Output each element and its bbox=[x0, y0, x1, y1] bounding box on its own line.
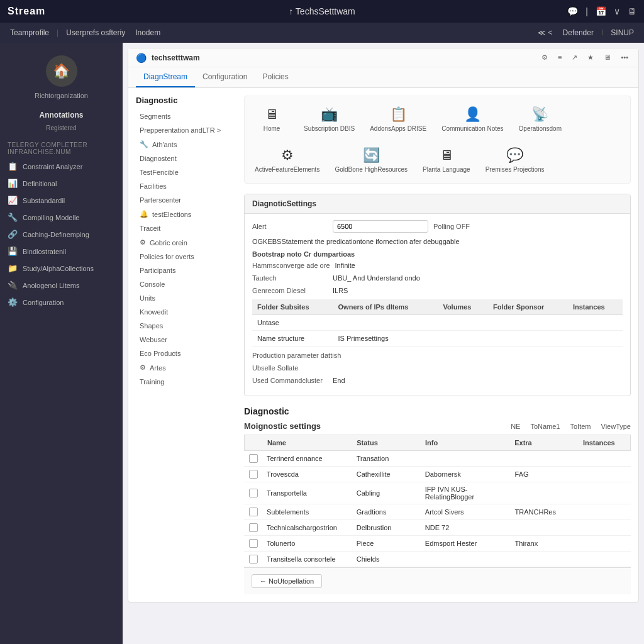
settings-btn[interactable]: ⚙ bbox=[539, 52, 550, 63]
left-menu-ecoproducts[interactable]: Eco Products bbox=[136, 347, 236, 360]
star-btn[interactable]: ★ bbox=[585, 52, 596, 63]
server-label: Used Commandcluster bbox=[252, 377, 328, 384]
grid-item-active[interactable]: ⚙ ActiveFeatureElements bbox=[250, 142, 325, 178]
left-menu-parterscenter[interactable]: Parterscenter bbox=[136, 194, 236, 206]
calendar-icon[interactable]: 📅 bbox=[596, 6, 606, 16]
left-menu-units[interactable]: Units bbox=[136, 292, 236, 304]
diag-info-5: Edmsport Hester bbox=[425, 540, 510, 547]
left-menu-shapes[interactable]: Shapes bbox=[136, 319, 236, 332]
nav-back-icon[interactable]: ≪ < bbox=[535, 27, 555, 38]
left-menu-webuser[interactable]: Webuser bbox=[136, 333, 236, 346]
alert-input[interactable] bbox=[333, 220, 428, 233]
left-menu-traceit[interactable]: Traceit bbox=[136, 222, 236, 235]
moig-header: Moignostic settings NE ToName1 ToItem Vi… bbox=[244, 421, 631, 431]
sidebar-item-study[interactable]: 📁 Study/AlphaCollections bbox=[0, 260, 123, 277]
org-name: Annotations bbox=[0, 108, 123, 122]
left-menu-athants[interactable]: 🔧Ath'ants bbox=[136, 138, 236, 151]
grid-item-communication-label: Communication Notes bbox=[441, 125, 503, 132]
left-menu-testfencible[interactable]: TestFencible bbox=[136, 166, 236, 179]
top-bar-title: ↑ TechsSetttwam bbox=[289, 6, 355, 16]
settings-title: DiagnoticSettings bbox=[252, 199, 316, 208]
tab-configuration[interactable]: Configuration bbox=[195, 67, 255, 87]
grid-item-subscription[interactable]: 📺 Subscription DBIS bbox=[299, 101, 360, 137]
col-extra: Extra bbox=[514, 439, 578, 447]
left-menu-training[interactable]: Training bbox=[136, 375, 236, 388]
left-menu-policies[interactable]: Policies for overts bbox=[136, 250, 236, 263]
diag-checkbox-5[interactable] bbox=[249, 539, 258, 548]
tab-policies[interactable]: Policies bbox=[255, 67, 296, 87]
divider: | bbox=[586, 6, 588, 16]
tautech-label: Tautech bbox=[252, 274, 328, 282]
constraint-icon: 📋 bbox=[8, 162, 18, 171]
diag-row-3: Subtelements Gradtions Artcol Sivers TRA… bbox=[244, 504, 631, 520]
moig-title: Moignostic settings bbox=[244, 421, 321, 431]
alert-label: Alert bbox=[252, 223, 328, 230]
diag-checkbox-4[interactable] bbox=[249, 523, 258, 532]
diag-checkbox-1[interactable] bbox=[249, 470, 258, 479]
left-menu-knowedit[interactable]: Knowedit bbox=[136, 306, 236, 318]
sidebar-item-anologenol[interactable]: 🔌 Anologenol Litems bbox=[0, 277, 123, 294]
left-menu-facilities[interactable]: Facilities bbox=[136, 180, 236, 192]
col-info: Info bbox=[425, 439, 509, 447]
diag-checkbox-0[interactable] bbox=[249, 454, 258, 463]
monitor-icon[interactable]: 🖥 bbox=[628, 6, 636, 16]
back-button[interactable]: ← NoUtopellation bbox=[252, 574, 322, 588]
nav-signup[interactable]: SINUP bbox=[608, 27, 636, 38]
monitor-btn[interactable]: 🖥 bbox=[601, 52, 613, 63]
diag-name-2: Transportella bbox=[267, 489, 352, 497]
left-menu-gobric[interactable]: ⚙Gobric orein bbox=[136, 236, 236, 249]
sidebar-item-bindlo[interactable]: 💾 Bindlostratenil bbox=[0, 243, 123, 260]
sidebar: 🏠 Richtorganization Annotations Register… bbox=[0, 43, 123, 644]
addons-icon: 📋 bbox=[390, 106, 407, 123]
sidebar-item-substandard[interactable]: 📈 Substandardil bbox=[0, 192, 123, 209]
more-btn[interactable]: ••• bbox=[618, 52, 631, 63]
sidebar-item-label: Configuration bbox=[23, 299, 64, 306]
chat-icon[interactable]: 💬 bbox=[567, 6, 578, 16]
sidebar-item-config[interactable]: ⚙️ Configuration bbox=[0, 294, 123, 311]
grid-item-goldbone[interactable]: 🔄 GoldBone HighResources bbox=[330, 142, 413, 178]
left-menu-segments[interactable]: Segments bbox=[136, 110, 236, 123]
diag-info-3: Artcol Sivers bbox=[425, 508, 510, 516]
grid-item-addons[interactable]: 📋 AddonsApps DRISE bbox=[365, 101, 431, 137]
left-menu-artes[interactable]: ⚙Artes bbox=[136, 361, 236, 374]
table-cell-sponsor bbox=[488, 315, 568, 331]
nav-teamprofile[interactable]: Teamprofile bbox=[8, 27, 52, 38]
sidebar-item-constraint[interactable]: 📋 Constraint Analyzer bbox=[0, 158, 123, 175]
genrecom-value: ILRS bbox=[333, 287, 348, 294]
grid-item-planta[interactable]: 🖥 Planta Language bbox=[418, 142, 475, 178]
left-menu-testelections[interactable]: 🔔testElections bbox=[136, 208, 236, 221]
expand-btn[interactable]: ↗ bbox=[569, 52, 580, 63]
grid-item-communication[interactable]: 👤 Communication Notes bbox=[436, 101, 508, 137]
panel-header: 🔵 techsetttwam ⚙ ≡ ↗ ★ 🖥 ••• bbox=[128, 48, 638, 67]
moig-col-toname: ToName1 bbox=[530, 423, 560, 430]
grid-item-premises[interactable]: 💬 Premises Projections bbox=[480, 142, 550, 178]
nav-inodem[interactable]: Inodem bbox=[133, 27, 163, 38]
left-menu-participants[interactable]: Participants bbox=[136, 264, 236, 277]
sidebar-item-caching[interactable]: 🔗 Caching-Definemping bbox=[0, 226, 123, 243]
left-menu-prepper[interactable]: Prepperentation andLTR > bbox=[136, 124, 236, 136]
menu-btn[interactable]: ≡ bbox=[555, 52, 564, 63]
moig-col-toitem: ToItem bbox=[570, 423, 591, 430]
grid-item-home[interactable]: 🖥 Home bbox=[250, 101, 294, 137]
diag-extra-1: FAG bbox=[515, 470, 579, 478]
sidebar-item-definitional[interactable]: 📊 Definitional bbox=[0, 175, 123, 192]
sidebar-item-label: Bindlostratenil bbox=[23, 248, 66, 255]
diag-section-title: Diagnostic bbox=[244, 406, 631, 416]
polling-label: Polling OFF bbox=[433, 223, 509, 230]
sidebar-item-compiling[interactable]: 🔧 Compiling Modelle bbox=[0, 209, 123, 226]
diag-checkbox-6[interactable] bbox=[249, 555, 258, 564]
left-menu-console[interactable]: Console bbox=[136, 278, 236, 291]
dropdown-icon[interactable]: ∨ bbox=[614, 6, 620, 16]
tabs: DiagnStream Configuration Policies bbox=[128, 67, 638, 88]
content-panel: 🔵 techsetttwam ⚙ ≡ ↗ ★ 🖥 ••• DiagnStream… bbox=[128, 48, 639, 602]
diag-info-1: Dabornersk bbox=[425, 470, 510, 478]
nav-userprefs[interactable]: Userprefs osfteriy bbox=[64, 27, 128, 38]
table-col-owners: Owners of IPs dItems bbox=[333, 299, 438, 315]
tab-diagnstream[interactable]: DiagnStream bbox=[136, 67, 195, 87]
grid-item-operations[interactable]: 📡 Operationsdom bbox=[514, 101, 567, 137]
col-status: Status bbox=[357, 439, 420, 447]
diag-checkbox-3[interactable] bbox=[249, 508, 258, 516]
left-menu-diagnostent[interactable]: Diagnostent bbox=[136, 152, 236, 165]
nav-defender[interactable]: Defender bbox=[560, 27, 596, 38]
diag-checkbox-2[interactable] bbox=[249, 489, 258, 497]
